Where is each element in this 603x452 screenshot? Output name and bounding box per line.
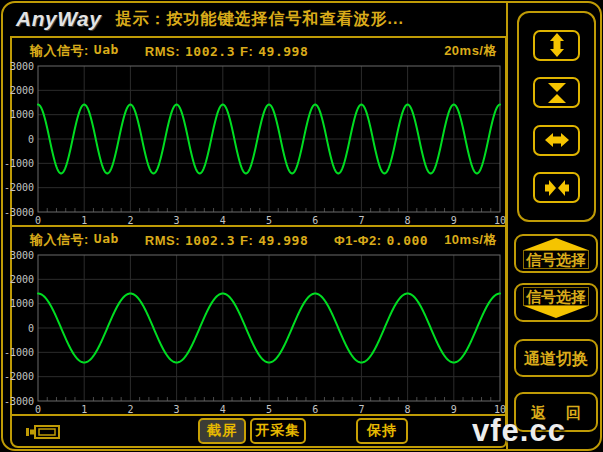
svg-text:0: 0: [28, 134, 34, 145]
channel-switch-label: 通道切换: [522, 350, 590, 367]
timebase-value: 20ms/格: [444, 42, 497, 60]
svg-text:1000: 1000: [10, 298, 34, 309]
signal-value: Uab: [94, 231, 119, 249]
freq-label: F:: [240, 233, 253, 248]
watermark: vfe.cc: [472, 413, 566, 449]
channel-switch-button[interactable]: 通道切换: [514, 339, 598, 377]
rms-label: RMS:: [145, 233, 180, 248]
waveform-plot-bottom: 3000200010000-1000-2000-3000012345678910: [12, 251, 505, 415]
svg-text:-2000: -2000: [4, 371, 34, 382]
svg-text:2000: 2000: [10, 85, 34, 96]
waveform-panel-top: 输入信号: Uab RMS: 1002.3 F: 49.998 20ms/格 3…: [10, 36, 507, 227]
compress-horizontal-icon: [544, 175, 570, 201]
rms-label: RMS:: [145, 44, 180, 59]
svg-text:-1000: -1000: [4, 158, 34, 169]
compress-horizontal-button[interactable]: [533, 172, 580, 203]
svg-text:-2000: -2000: [4, 182, 34, 193]
freq-value: 49.998: [258, 44, 308, 59]
svg-text:-1000: -1000: [4, 347, 34, 358]
waveform-header: 输入信号: Uab RMS: 1002.3 F: 49.998 20ms/格: [12, 40, 505, 62]
zoom-button-group: [517, 11, 596, 222]
expand-vertical-icon: [544, 32, 570, 58]
svg-text:3000: 3000: [10, 250, 34, 261]
compress-vertical-button[interactable]: [533, 77, 580, 108]
triangle-down-icon: [524, 306, 588, 318]
hint-text: 提示：按功能键选择信号和查看波形...: [115, 9, 403, 30]
sidebar-divider: [506, 3, 508, 449]
signal-select-down-label: 信号选择: [523, 287, 589, 306]
signal-select-up-button[interactable]: 信号选择: [514, 234, 598, 273]
signal-label: 输入信号:: [30, 42, 89, 60]
waveform-panel-bottom: 输入信号: Uab RMS: 1002.3 F: 49.998 Φ1-Φ2: 0…: [10, 225, 507, 416]
svg-text:-3000: -3000: [4, 207, 34, 218]
signal-value: Uab: [94, 42, 119, 60]
waveform-header: 输入信号: Uab RMS: 1002.3 F: 49.998 Φ1-Φ2: 0…: [12, 229, 505, 251]
timebase-value: 10ms/格: [444, 231, 497, 249]
svg-text:3000: 3000: [10, 61, 34, 72]
svg-text:0: 0: [28, 323, 34, 334]
expand-horizontal-button[interactable]: [533, 125, 580, 156]
triangle-up-icon: [524, 238, 588, 250]
waveform-plot-top: 3000200010000-1000-2000-3000012345678910: [12, 62, 505, 226]
expand-vertical-button[interactable]: [533, 30, 580, 61]
start-capture-button[interactable]: 开采集: [250, 418, 306, 444]
hold-button[interactable]: 保持: [356, 418, 408, 444]
signal-label: 输入信号:: [30, 231, 89, 249]
oscilloscope-screen: AnyWay 提示：按功能键选择信号和查看波形... 输入信号: Uab RMS…: [0, 0, 603, 452]
phase-diff-value: 0.000: [386, 233, 428, 248]
svg-text:1000: 1000: [10, 109, 34, 120]
compress-vertical-icon: [544, 80, 570, 106]
svg-text:2000: 2000: [10, 274, 34, 285]
freq-value: 49.998: [258, 233, 308, 248]
screenshot-button[interactable]: 截屏: [198, 418, 246, 444]
svg-text:-3000: -3000: [4, 396, 34, 407]
signal-select-up-label: 信号选择: [523, 250, 589, 269]
phase-diff-label: Φ1-Φ2:: [334, 233, 381, 248]
signal-select-down-button[interactable]: 信号选择: [514, 283, 598, 322]
title-bar: AnyWay 提示：按功能键选择信号和查看波形...: [12, 4, 506, 34]
rms-value: 1002.3: [185, 44, 235, 59]
bottom-bar: 截屏 开采集 保持: [10, 414, 507, 448]
back-label-right: 回: [564, 404, 583, 421]
freq-label: F:: [240, 44, 253, 59]
battery-icon: [26, 424, 62, 440]
anyway-logo: AnyWay: [16, 7, 101, 31]
rms-value: 1002.3: [185, 233, 235, 248]
expand-horizontal-icon: [544, 127, 570, 153]
